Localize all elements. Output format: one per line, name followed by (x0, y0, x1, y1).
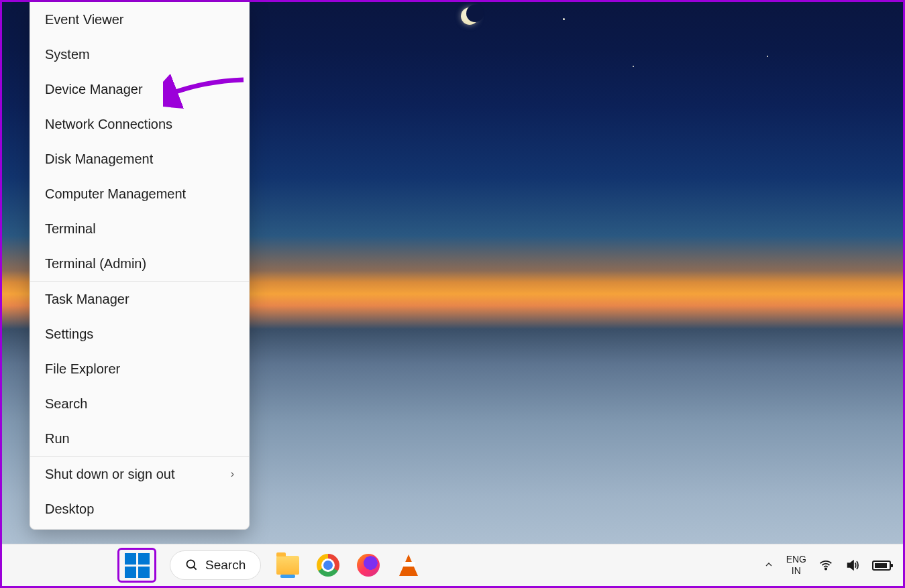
start-button[interactable] (117, 548, 156, 583)
star-graphic (563, 18, 565, 20)
menu-item-run[interactable]: Run (30, 421, 249, 456)
language-indicator[interactable]: ENG IN (786, 554, 806, 577)
menu-item-label: Terminal (Admin) (45, 256, 146, 272)
menu-item-system[interactable]: System (30, 37, 249, 72)
menu-item-terminal-admin[interactable]: Terminal (Admin) (30, 246, 249, 281)
taskbar-app-firefox[interactable] (355, 552, 382, 579)
speaker-icon (845, 558, 860, 573)
menu-item-network-connections[interactable]: Network Connections (30, 107, 249, 141)
menu-item-label: System (45, 47, 90, 62)
taskbar-app-file-explorer[interactable] (274, 552, 301, 579)
winx-context-menu: Event ViewerSystemDevice ManagerNetwork … (30, 2, 250, 530)
menu-item-label: Search (45, 396, 87, 412)
firefox-icon (357, 554, 380, 577)
menu-item-computer-management[interactable]: Computer Management (30, 176, 249, 211)
search-icon (185, 558, 199, 572)
tray-overflow-chevron[interactable] (763, 559, 774, 572)
menu-item-settings[interactable]: Settings (30, 316, 249, 351)
menu-item-label: Disk Management (45, 152, 153, 167)
menu-item-label: Shut down or sign out (45, 467, 174, 482)
search-label: Search (205, 558, 246, 573)
menu-item-label: Terminal (45, 221, 96, 237)
menu-item-label: Settings (45, 327, 93, 342)
vlc-icon (399, 554, 418, 576)
taskbar-app-chrome[interactable] (315, 552, 341, 579)
windows-logo-icon (125, 553, 150, 578)
menu-item-label: Network Connections (45, 117, 172, 132)
moon-graphic (461, 7, 478, 25)
menu-item-file-explorer[interactable]: File Explorer (30, 351, 249, 386)
svg-line-1 (194, 567, 197, 570)
menu-item-label: Device Manager (45, 82, 143, 97)
star-graphic (633, 66, 634, 67)
menu-item-label: Run (45, 431, 70, 447)
menu-item-label: Event Viewer (45, 12, 123, 27)
menu-item-desktop[interactable]: Desktop (30, 491, 249, 526)
menu-item-shut-down-or-sign-out[interactable]: Shut down or sign out› (30, 457, 249, 491)
svg-point-0 (187, 561, 195, 569)
battery-indicator[interactable] (872, 561, 891, 571)
chevron-right-icon: › (231, 468, 234, 480)
battery-icon (872, 561, 891, 571)
wifi-indicator[interactable] (818, 558, 833, 573)
menu-item-device-manager[interactable]: Device Manager (30, 72, 249, 107)
menu-item-disk-management[interactable]: Disk Management (30, 141, 249, 176)
menu-item-event-viewer[interactable]: Event Viewer (30, 2, 249, 37)
volume-indicator[interactable] (845, 558, 860, 573)
lang-line2: IN (786, 565, 806, 577)
menu-item-task-manager[interactable]: Task Manager (30, 282, 249, 316)
menu-item-label: Desktop (45, 502, 94, 517)
menu-item-terminal[interactable]: Terminal (30, 211, 249, 246)
menu-item-search[interactable]: Search (30, 386, 249, 421)
menu-item-label: Computer Management (45, 186, 186, 202)
chevron-up-icon (763, 559, 774, 570)
taskbar-search[interactable]: Search (170, 550, 261, 580)
taskbar: Search ENG IN (2, 544, 903, 586)
lang-line1: ENG (786, 554, 806, 565)
chrome-icon (317, 554, 339, 577)
file-explorer-icon (276, 556, 299, 575)
svg-point-2 (825, 568, 827, 569)
menu-item-label: File Explorer (45, 361, 120, 377)
menu-item-label: Task Manager (45, 292, 129, 307)
taskbar-app-vlc[interactable] (395, 552, 422, 579)
star-graphic (767, 56, 768, 57)
wifi-icon (818, 558, 833, 573)
